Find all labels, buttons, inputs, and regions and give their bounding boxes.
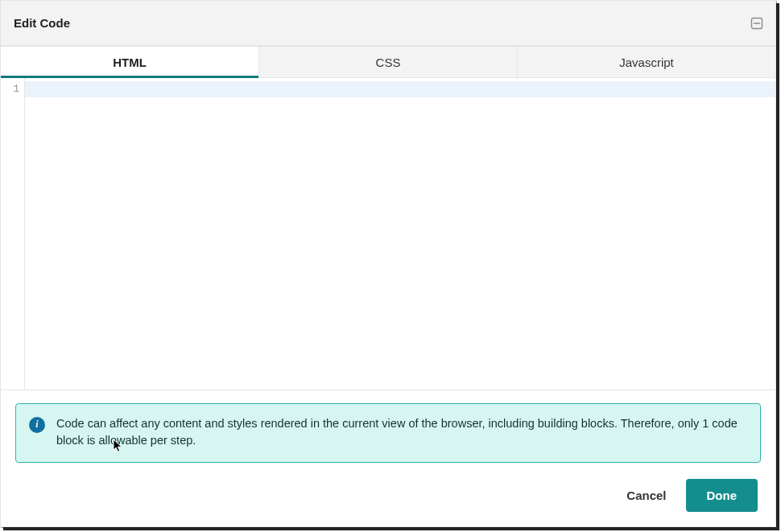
code-input[interactable] bbox=[25, 78, 775, 390]
tab-css[interactable]: CSS bbox=[259, 46, 518, 77]
tab-label: CSS bbox=[376, 56, 401, 69]
line-number-gutter: 1 bbox=[1, 78, 25, 390]
edit-code-panel: Edit Code HTML CSS Javascript 1 i Code c… bbox=[0, 0, 776, 527]
code-tabs: HTML CSS Javascript bbox=[1, 46, 775, 78]
info-icon: i bbox=[29, 417, 45, 433]
code-area bbox=[25, 78, 775, 390]
cancel-button[interactable]: Cancel bbox=[620, 480, 672, 510]
tab-label: Javascript bbox=[619, 56, 674, 69]
done-button[interactable]: Done bbox=[686, 479, 758, 512]
code-editor: 1 bbox=[1, 78, 775, 390]
panel-title: Edit Code bbox=[14, 16, 70, 30]
alert-message: Code can affect any content and styles r… bbox=[56, 415, 747, 449]
line-number: 1 bbox=[1, 81, 24, 97]
tab-javascript[interactable]: Javascript bbox=[518, 46, 775, 77]
info-alert: i Code can affect any content and styles… bbox=[15, 403, 761, 463]
alert-region: i Code can affect any content and styles… bbox=[1, 390, 775, 471]
collapse-icon[interactable] bbox=[750, 16, 764, 31]
tab-html[interactable]: HTML bbox=[1, 46, 259, 77]
footer-actions: Cancel Done bbox=[1, 471, 775, 526]
tab-label: HTML bbox=[113, 56, 147, 69]
panel-header: Edit Code bbox=[1, 1, 775, 46]
